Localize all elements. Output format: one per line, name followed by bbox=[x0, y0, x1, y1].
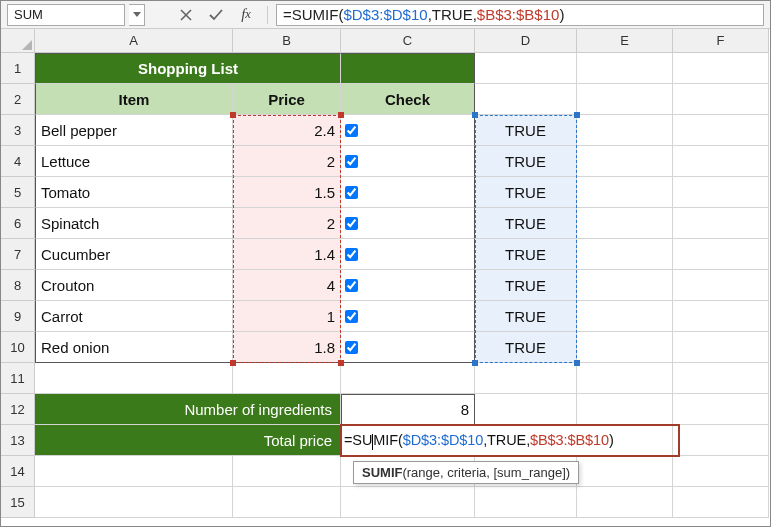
cell[interactable] bbox=[673, 53, 769, 84]
row-header[interactable]: 11 bbox=[1, 363, 35, 394]
item-check-cell[interactable] bbox=[341, 332, 475, 363]
column-header[interactable]: B bbox=[233, 29, 341, 53]
row-header[interactable]: 1 bbox=[1, 53, 35, 84]
item-name-cell[interactable]: Cucumber bbox=[35, 239, 233, 270]
cell[interactable] bbox=[577, 115, 673, 146]
item-checkbox[interactable] bbox=[345, 186, 358, 199]
row-header[interactable]: 7 bbox=[1, 239, 35, 270]
cell[interactable] bbox=[673, 177, 769, 208]
item-flag-cell[interactable]: TRUE bbox=[475, 301, 577, 332]
cancel-formula-button[interactable] bbox=[173, 4, 199, 26]
cell[interactable] bbox=[673, 425, 769, 456]
item-price-cell[interactable]: 1.4 bbox=[233, 239, 341, 270]
cell[interactable] bbox=[673, 394, 769, 425]
item-name-cell[interactable]: Carrot bbox=[35, 301, 233, 332]
cell[interactable] bbox=[233, 363, 341, 394]
header-check[interactable]: Check bbox=[341, 84, 475, 115]
cell[interactable] bbox=[35, 363, 233, 394]
item-flag-cell[interactable]: TRUE bbox=[475, 208, 577, 239]
item-name-cell[interactable]: Bell pepper bbox=[35, 115, 233, 146]
row-header[interactable]: 4 bbox=[1, 146, 35, 177]
cell[interactable] bbox=[673, 487, 769, 518]
row-header[interactable]: 2 bbox=[1, 84, 35, 115]
cell[interactable] bbox=[35, 487, 233, 518]
cell[interactable] bbox=[341, 487, 475, 518]
row-header[interactable]: 8 bbox=[1, 270, 35, 301]
item-name-cell[interactable]: Spinatch bbox=[35, 208, 233, 239]
cell[interactable] bbox=[35, 456, 233, 487]
item-price-cell[interactable]: 2 bbox=[233, 208, 341, 239]
total-price-cell-editing[interactable]: =SUMIF($D$3:$D$10,TRUE,$B$3:$B$10) bbox=[341, 425, 673, 456]
cell[interactable] bbox=[577, 208, 673, 239]
item-price-cell[interactable]: 4 bbox=[233, 270, 341, 301]
row-header[interactable]: 14 bbox=[1, 456, 35, 487]
accept-formula-button[interactable] bbox=[203, 4, 229, 26]
item-price-cell[interactable]: 2 bbox=[233, 146, 341, 177]
item-check-cell[interactable] bbox=[341, 115, 475, 146]
item-price-cell[interactable]: 2.4 bbox=[233, 115, 341, 146]
column-header[interactable]: E bbox=[577, 29, 673, 53]
cell[interactable] bbox=[577, 456, 673, 487]
cell[interactable] bbox=[577, 177, 673, 208]
item-check-cell[interactable] bbox=[341, 301, 475, 332]
item-checkbox[interactable] bbox=[345, 341, 358, 354]
item-checkbox[interactable] bbox=[345, 279, 358, 292]
total-price-label[interactable]: Total price bbox=[35, 425, 341, 456]
item-name-cell[interactable]: Lettuce bbox=[35, 146, 233, 177]
cell[interactable] bbox=[577, 239, 673, 270]
column-header[interactable]: A bbox=[35, 29, 233, 53]
cell[interactable] bbox=[577, 363, 673, 394]
header-item[interactable]: Item bbox=[35, 84, 233, 115]
item-price-cell[interactable]: 1.5 bbox=[233, 177, 341, 208]
item-checkbox[interactable] bbox=[345, 155, 358, 168]
cell[interactable] bbox=[233, 487, 341, 518]
row-header[interactable]: 3 bbox=[1, 115, 35, 146]
item-check-cell[interactable] bbox=[341, 177, 475, 208]
item-checkbox[interactable] bbox=[345, 310, 358, 323]
item-name-cell[interactable]: Red onion bbox=[35, 332, 233, 363]
item-price-cell[interactable]: 1.8 bbox=[233, 332, 341, 363]
num-ingredients-value[interactable]: 8 bbox=[341, 394, 475, 425]
item-check-cell[interactable] bbox=[341, 146, 475, 177]
row-header[interactable]: 10 bbox=[1, 332, 35, 363]
cell[interactable] bbox=[577, 270, 673, 301]
header-price[interactable]: Price bbox=[233, 84, 341, 115]
item-price-cell[interactable]: 1 bbox=[233, 301, 341, 332]
cell[interactable] bbox=[577, 53, 673, 84]
insert-function-button[interactable]: fx bbox=[233, 4, 259, 26]
select-all-corner[interactable] bbox=[1, 29, 35, 53]
item-name-cell[interactable]: Crouton bbox=[35, 270, 233, 301]
cell[interactable] bbox=[673, 208, 769, 239]
cell[interactable] bbox=[673, 332, 769, 363]
cell[interactable] bbox=[577, 487, 673, 518]
item-flag-cell[interactable]: TRUE bbox=[475, 270, 577, 301]
row-header[interactable]: 5 bbox=[1, 177, 35, 208]
cell[interactable] bbox=[577, 146, 673, 177]
cell[interactable] bbox=[475, 487, 577, 518]
num-ingredients-label[interactable]: Number of ingredients bbox=[35, 394, 341, 425]
item-flag-cell[interactable]: TRUE bbox=[475, 239, 577, 270]
row-header[interactable]: 13 bbox=[1, 425, 35, 456]
cell[interactable] bbox=[475, 394, 577, 425]
item-flag-cell[interactable]: TRUE bbox=[475, 177, 577, 208]
row-header[interactable]: 9 bbox=[1, 301, 35, 332]
cell[interactable] bbox=[577, 394, 673, 425]
item-name-cell[interactable]: Tomato bbox=[35, 177, 233, 208]
cell[interactable] bbox=[475, 84, 577, 115]
item-checkbox[interactable] bbox=[345, 124, 358, 137]
cell[interactable] bbox=[577, 84, 673, 115]
cell[interactable] bbox=[673, 239, 769, 270]
cell[interactable] bbox=[673, 115, 769, 146]
row-header[interactable]: 15 bbox=[1, 487, 35, 518]
item-flag-cell[interactable]: TRUE bbox=[475, 332, 577, 363]
cell[interactable] bbox=[673, 301, 769, 332]
formula-input[interactable]: =SUMIF($D$3:$D$10,TRUE,$B$3:$B$10) bbox=[276, 4, 764, 26]
cell[interactable] bbox=[577, 332, 673, 363]
item-check-cell[interactable] bbox=[341, 239, 475, 270]
cell[interactable] bbox=[475, 53, 577, 84]
item-check-cell[interactable] bbox=[341, 270, 475, 301]
cell[interactable] bbox=[475, 363, 577, 394]
name-box-dropdown[interactable] bbox=[129, 4, 145, 26]
cell[interactable] bbox=[673, 456, 769, 487]
item-checkbox[interactable] bbox=[345, 248, 358, 261]
